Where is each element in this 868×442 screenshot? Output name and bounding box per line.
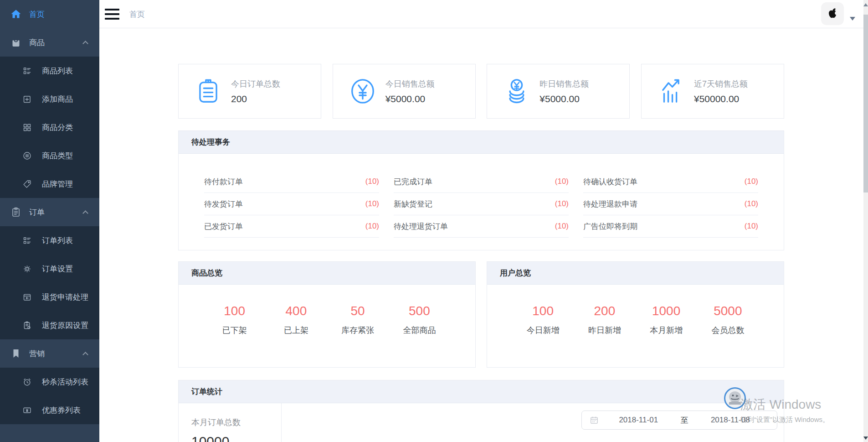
panel-title: 待处理事务	[179, 131, 784, 154]
todo-count: (10)	[555, 199, 569, 208]
sidebar-item-order-list[interactable]: 订单列表	[0, 226, 99, 255]
date-range-picker[interactable]: 2018-11-01 至 2018-11-08	[581, 411, 777, 430]
overview-stat[interactable]: 1000 本月新增	[636, 304, 697, 336]
sidebar-item-product-add[interactable]: 添加商品	[0, 85, 99, 113]
sidebar-item-label: 商品分类	[42, 122, 73, 133]
sidebar-group-label: 订单	[29, 207, 45, 218]
list-icon	[22, 66, 32, 76]
todo-panel: 待处理事务 待付款订单 (10) 待发货订单 (10) 已发货订单	[178, 130, 784, 250]
stat-card-value: 200	[231, 94, 280, 104]
sidebar-item-flash-list[interactable]: 秒杀活动列表	[0, 368, 99, 396]
todo-count: (10)	[745, 177, 758, 186]
todo-label: 广告位即将到期	[583, 221, 637, 232]
todo-list: 待付款订单 (10) 待发货订单 (10) 已发货订单 (10)	[179, 154, 784, 250]
panel-title: 订单统计	[179, 380, 784, 403]
metric-value: 10000	[191, 434, 281, 442]
panel-title: 用户总览	[487, 262, 784, 285]
sidebar-item-product-type[interactable]: 商品类型	[0, 141, 99, 170]
yuan-circle-icon	[348, 76, 378, 106]
todo-item[interactable]: 已完成订单 (10)	[394, 171, 569, 193]
overview-stat[interactable]: 200 昨日新增	[574, 304, 635, 336]
avatar[interactable]	[821, 2, 844, 25]
todo-count: (10)	[745, 199, 758, 208]
sidebar-item-return-apply[interactable]: 退货申请处理	[0, 283, 99, 311]
scrollbar-thumb[interactable]	[863, 15, 868, 192]
qq-messenger-icon[interactable]	[724, 387, 746, 409]
list-icon	[22, 235, 32, 245]
sidebar: 首页 商品 商品列表 添加商品	[0, 0, 99, 442]
todo-item[interactable]: 待发货订单 (10)	[204, 193, 379, 215]
todo-item[interactable]: 新缺货登记 (10)	[394, 193, 569, 215]
main-content: 今日订单总数 200 今日销售总额 ¥5000.00	[99, 28, 868, 442]
todo-item[interactable]: 待付款订单 (10)	[204, 171, 379, 193]
breadcrumb[interactable]: 首页	[129, 9, 145, 20]
todo-label: 待处理退款申请	[583, 199, 637, 209]
order-clipboard-icon	[193, 76, 223, 106]
sidebar-group-label: 商品	[29, 37, 45, 48]
scroll-down-arrow-icon[interactable]	[863, 437, 868, 440]
stat-value: 100	[512, 304, 574, 318]
stat-card-yesterday-sales[interactable]: 昨日销售总额 ¥5000.00	[487, 64, 630, 119]
coupon-icon	[22, 405, 32, 415]
sidebar-item-label: 商品类型	[42, 151, 73, 161]
stat-value: 200	[574, 304, 635, 318]
todo-label: 待处理退货订单	[394, 221, 448, 232]
sidebar-group-order[interactable]: 订单	[0, 198, 99, 226]
admin-dashboard: 首页 商品 商品列表 添加商品	[0, 0, 868, 442]
overview-stat[interactable]: 100 今日新增	[512, 304, 574, 336]
todo-item[interactable]: 待确认收货订单 (10)	[583, 171, 758, 193]
sidebar-item-home[interactable]: 首页	[0, 0, 99, 28]
overview-stat[interactable]: 5000 会员总数	[697, 304, 759, 336]
sidebar-item-brand[interactable]: 品牌管理	[0, 170, 99, 198]
date-start-input[interactable]: 2018-11-01	[599, 416, 678, 425]
stat-label: 全部商品	[389, 325, 450, 336]
todo-column: 已完成订单 (10) 新缺货登记 (10) 待处理退货订单 (10)	[394, 171, 569, 238]
bag-icon	[10, 36, 22, 48]
todo-column: 待付款订单 (10) 待发货订单 (10) 已发货订单 (10)	[204, 171, 379, 238]
sidebar-item-label: 退货申请处理	[42, 292, 88, 302]
stat-label: 今日新增	[512, 325, 574, 336]
date-end-input[interactable]: 2018-11-08	[691, 416, 770, 425]
scroll-up-arrow-icon[interactable]	[863, 3, 868, 6]
stat-value: 100	[204, 304, 265, 318]
stat-label: 已上架	[265, 325, 327, 336]
todo-item[interactable]: 已发货订单 (10)	[204, 215, 379, 238]
todo-item[interactable]: 待处理退款申请 (10)	[583, 193, 758, 215]
sidebar-item-product-list[interactable]: 商品列表	[0, 57, 99, 85]
order-metric-cell: 本月订单总数 10000	[179, 403, 282, 442]
todo-count: (10)	[365, 177, 379, 186]
todo-label: 已发货订单	[204, 221, 243, 232]
apple-logo-icon	[825, 5, 840, 22]
stat-card-today-orders[interactable]: 今日订单总数 200	[178, 64, 321, 119]
overview-stat[interactable]: 100 已下架	[204, 304, 265, 336]
sidebar-item-coupon-list[interactable]: 优惠券列表	[0, 396, 99, 424]
chevron-up-icon	[82, 210, 88, 216]
overview-stat[interactable]: 500 全部商品	[389, 304, 450, 336]
vertical-scrollbar[interactable]	[863, 0, 868, 442]
todo-label: 新缺货登记	[394, 199, 432, 209]
stat-value: 1000	[636, 304, 697, 318]
sidebar-group-marketing[interactable]: 营销	[0, 339, 99, 368]
todo-column: 待确认收货订单 (10) 待处理退款申请 (10) 广告位即将到期 (10)	[583, 171, 758, 238]
sidebar-item-product-category[interactable]: 商品分类	[0, 113, 99, 141]
overview-stat[interactable]: 50 库存紧张	[327, 304, 389, 336]
trend-chart-icon	[656, 76, 686, 106]
stat-card-label: 今日订单总数	[231, 78, 280, 89]
stat-card-week-sales[interactable]: 近7天销售总额 ¥50000.00	[641, 64, 784, 119]
caret-down-icon[interactable]	[850, 17, 855, 21]
sidebar-item-label: 添加商品	[42, 94, 73, 104]
hamburger-menu-icon[interactable]	[105, 9, 119, 20]
chevron-up-icon	[82, 41, 88, 47]
sidebar-item-order-setting[interactable]: 订单设置	[0, 255, 99, 283]
todo-item[interactable]: 待处理退货订单 (10)	[394, 215, 569, 238]
stat-value: 50	[327, 304, 389, 318]
todo-item[interactable]: 广告位即将到期 (10)	[583, 215, 758, 238]
stat-label: 会员总数	[697, 325, 759, 336]
overview-row: 商品总览 100 已下架 400 已上架 50 库存紧张	[178, 261, 784, 368]
overview-stat[interactable]: 400 已上架	[265, 304, 327, 336]
stat-card-today-sales[interactable]: 今日销售总额 ¥5000.00	[333, 64, 476, 119]
submenu-order: 订单列表 订单设置 退货申请处理 退货原因设置	[0, 226, 99, 339]
sidebar-item-label: 订单设置	[42, 264, 73, 274]
sidebar-item-return-reason[interactable]: 退货原因设置	[0, 311, 99, 339]
sidebar-group-product[interactable]: 商品	[0, 28, 99, 57]
